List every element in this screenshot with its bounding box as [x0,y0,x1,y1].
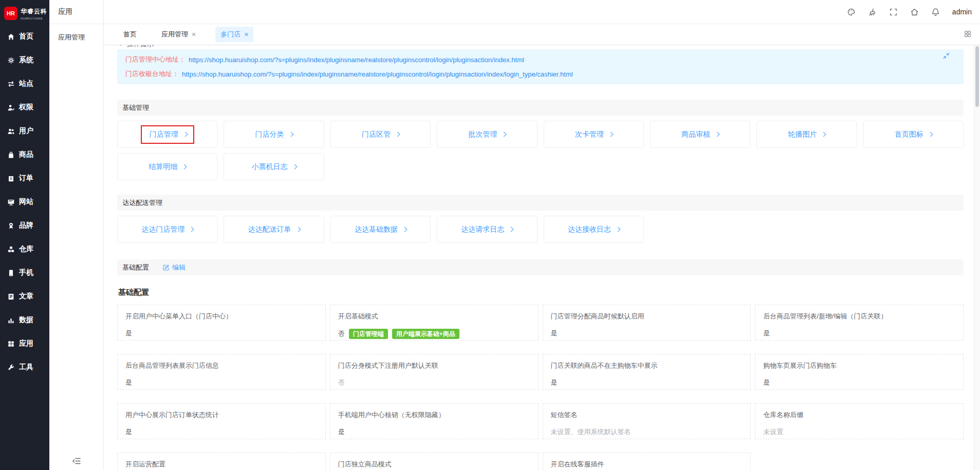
nav-button[interactable]: 达达门店管理 [117,216,217,243]
sidebar-item[interactable]: 品牌 [0,214,49,237]
menu-fold-icon[interactable] [49,457,103,465]
submenu-item-app-management[interactable]: 应用管理 [49,24,103,42]
sidebar-item-label: 数据 [19,315,33,325]
compress-icon[interactable] [942,52,950,60]
home-outline-icon[interactable] [910,8,919,16]
nav-button[interactable]: 门店管理 [117,121,217,148]
sidebar-item[interactable]: 用户 [0,119,49,143]
tips-header[interactable]: 操作提示 [117,45,964,49]
config-card-label: 门店关联的商品不在主购物车中展示 [551,361,743,370]
nav-button[interactable]: 门店分类 [224,121,324,148]
config-card: 后台商品管理列表/新增/编辑（门店关联）是 [755,305,964,341]
config-card-label: 门店管理分配商品时候默认启用 [551,312,743,321]
sidebar-item[interactable]: 系统 [0,48,49,72]
config-card-value: 是 [125,329,318,338]
bell-icon[interactable] [931,8,940,16]
nav-button[interactable]: 达达配送订单 [224,216,324,243]
notice-url-link[interactable]: https://shop.huaruishop.com/?s=plugins/i… [182,70,573,78]
nav-button[interactable]: 商品审核 [650,121,750,148]
config-card-value: 未设置、使用系统默认签名 [551,427,743,437]
sidebar-item[interactable]: 数据 [0,308,49,332]
nav-button[interactable]: 门店区管 [330,121,431,148]
nav-button[interactable]: 次卡管理 [544,121,644,148]
fullscreen-icon[interactable] [889,8,898,16]
config-card: 开启在线客服插件 [543,453,751,470]
nav-button[interactable]: 达达接收日志 [544,216,644,243]
website-icon [7,198,15,206]
nav-button[interactable]: 小票机日志 [224,153,324,180]
section-title: 达达配送管理 [122,198,162,208]
goods-icon [7,151,15,159]
sidebar-item[interactable]: 工具 [0,355,49,379]
tab-label: 应用管理 [161,30,188,39]
config-card: 用户中心展示门店订单状态统计是 [117,403,326,439]
sidebar-item-label: 首页 [19,32,33,41]
chevron-right-icon [295,227,301,232]
tab-close-icon[interactable]: × [192,31,196,38]
data-icon [7,316,15,324]
config-card: 门店关联的商品不在主购物车中展示是 [543,354,751,390]
tab[interactable]: 应用管理× [156,27,201,42]
nav-button[interactable]: 批次管理 [437,121,537,148]
clean-icon[interactable] [868,8,877,16]
sidebar-item-label: 文章 [19,292,33,301]
chevron-right-icon [928,132,933,137]
nav-button-label: 门店区管 [362,130,391,139]
config-card: 开启运营配置 [117,453,326,470]
nav-button-label: 次卡管理 [575,130,604,139]
edit-button[interactable]: 编辑 [162,263,186,272]
sidebar-item[interactable]: 手机 [0,261,49,285]
config-card-label: 开启基础模式 [338,312,530,321]
config-card-value: 是 [338,427,530,437]
nav-button-label: 首页图标 [895,130,923,139]
config-card-grid: 开启用户中心菜单入口（门店中心）是开启基础模式否门店管理端用户端展示基础+商品门… [117,305,964,470]
nav-button[interactable]: 首页图标 [863,121,964,148]
config-card: 仓库名称后缀未设置 [755,403,964,439]
content: 操作提示 门店管理中心地址：https://shop.huaruishop.co… [104,45,980,470]
notice-label: 门店管理中心地址： [125,55,186,64]
grid-icon[interactable] [964,30,972,38]
nav-button[interactable]: 轮播图片 [756,121,857,148]
config-card-label: 后台商品管理列表/新增/编辑（门店关联） [763,312,955,321]
sidebar-item[interactable]: 商品 [0,143,49,166]
config-card: 开启用户中心菜单入口（门店中心）是 [117,305,326,341]
sidebar-item-label: 商品 [19,150,33,159]
sidebar-item[interactable]: 首页 [0,25,49,48]
nav-button-label: 达达配送订单 [248,225,291,234]
section-title: 基础管理 [122,103,149,112]
scrollbar-thumb[interactable] [975,46,979,107]
config-card-label: 后台商品管理列表展示门店信息 [125,361,318,370]
edit-label: 编辑 [172,263,186,272]
tab-close-icon[interactable]: × [244,31,248,38]
sidebar-item[interactable]: 权限 [0,96,49,119]
sidebar-item[interactable]: 网站 [0,190,49,214]
config-card-label: 用户中心展示门店订单状态统计 [125,410,318,420]
mobile-icon [7,269,15,277]
sidebar-item-label: 仓库 [19,245,33,254]
config-card-value: 是 [763,378,955,387]
nav-button[interactable]: 结算明细 [117,153,217,180]
sidebar-item[interactable]: 订单 [0,166,49,190]
vertical-scrollbar[interactable] [974,45,980,470]
chevron-right-icon [395,132,400,137]
section-header: 基础管理 [117,100,964,116]
sidebar-item-label: 站点 [19,79,33,88]
config-card-value: 是 [125,427,318,437]
tab[interactable]: 首页 [118,27,142,42]
nav-button-label: 达达接收日志 [568,225,611,234]
sidebar-item[interactable]: 文章 [0,285,49,308]
config-panel-title: 基础配置 [117,288,964,297]
nav-button[interactable]: 达达基础数据 [330,216,431,243]
secondary-panel: 应用 应用管理 [49,0,104,470]
sidebar-item[interactable]: 应用 [0,332,49,355]
warehouse-icon [7,246,15,253]
sidebar-item[interactable]: 站点 [0,72,49,96]
username[interactable]: admin [952,8,972,16]
sidebar-item[interactable]: 仓库 [0,237,49,261]
palette-icon[interactable] [847,8,856,16]
tab[interactable]: 多门店× [215,27,253,42]
nav-button[interactable]: 达达请求日志 [437,216,537,243]
notice-url-link[interactable]: https://shop.huaruishop.com/?s=plugins/i… [189,56,524,64]
sidebar-nav: 首页系统站点权限用户商品订单网站品牌仓库手机文章数据应用工具 [0,25,49,379]
primary-sidebar: HR 华睿云科 HUARUIYUNKE 首页系统站点权限用户商品订单网站品牌仓库… [0,0,49,470]
